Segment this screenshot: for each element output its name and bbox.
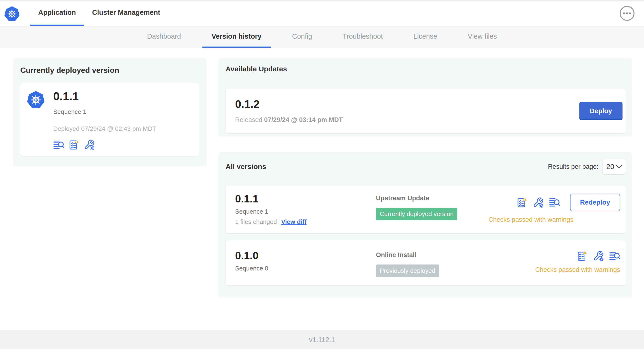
row-sequence: Sequence 0 [235,265,376,272]
released-label: Released [235,116,262,124]
preflight-checks-warning-icon[interactable] [577,250,588,262]
checks-status-text: Checks passed with warnings [488,216,573,224]
results-per-page: Results per page: 20 [548,159,626,174]
results-per-page-label: Results per page: [548,163,598,170]
version-row-source: Online Install Previously deployed [376,250,535,277]
version-row-source: Upstream Update Currently deployed versi… [376,194,488,226]
view-diff-link[interactable]: View diff [281,218,306,226]
deployed-status-badge: Previously deployed [376,264,439,277]
available-update-card: 0.1.2 Released 07/29/24 @ 03:14 pm MDT D… [226,89,626,133]
update-info: 0.1.2 Released 07/29/24 @ 03:14 pm MDT [235,98,343,124]
config-icon[interactable] [533,197,544,208]
row-source-label: Online Install [376,250,535,259]
row-source-label: Upstream Update [376,194,488,202]
deploy-button[interactable]: Deploy [579,102,622,120]
currently-deployed-panel: Currently deployed version [13,58,207,166]
chevron-down-icon [616,165,622,168]
version-row-actions: Checks passed with warnings [535,250,620,277]
deployed-status-badge: Currently deployed version [376,208,457,220]
version-history-page: Application Cluster Management Dashboard… [0,0,644,349]
app-sub-nav: Dashboard Version history Config Trouble… [0,26,644,48]
preflight-checks-warning-icon[interactable] [516,197,528,208]
deployed-version-actions [53,139,156,150]
row-files-changed: 1 files changed View diff [235,218,376,226]
main-content: Currently deployed version [0,48,644,298]
version-row: 0.1.1 Sequence 1 1 files changed View di… [226,186,626,233]
config-icon[interactable] [593,250,604,262]
released-timestamp: 07/29/24 @ 03:14 pm MDT [264,116,343,124]
all-versions-header: All versions Results per page: 20 [226,159,626,174]
results-per-page-select[interactable]: 20 [602,159,626,174]
currently-deployed-card: 0.1.1 Sequence 1 Deployed 07/29/24 @ 02:… [20,83,200,156]
deployed-version-number: 0.1.1 [53,90,156,102]
checks-status-text: Checks passed with warnings [535,266,620,274]
all-versions-panel: All versions Results per page: 20 [218,152,632,298]
files-changed-label: 1 files changed [235,218,277,226]
version-row: 0.1.0 Sequence 0 Online Install Previous… [226,240,626,285]
app-footer: v1.112.1 [0,330,644,349]
available-updates-title: Available Updates [226,65,626,73]
row-sequence: Sequence 1 [235,208,376,215]
version-row-actions: Redeploy Checks passed with warnings [488,194,620,226]
tab-view-files[interactable]: View files [459,26,506,48]
config-icon[interactable] [84,139,95,150]
available-updates-panel: Available Updates 0.1.2 Released 07/29/2… [218,58,632,136]
warning-triangle-icon [74,140,79,143]
tab-troubleshoot[interactable]: Troubleshoot [334,26,392,48]
tab-version-history[interactable]: Version history [202,26,271,48]
tab-config[interactable]: Config [283,26,321,48]
preflight-checks-warning-icon[interactable] [68,139,80,150]
version-row-info: 0.1.0 Sequence 0 [235,250,376,277]
kubernetes-logo [27,90,45,108]
release-notes-icon[interactable] [53,139,64,150]
deployed-timestamp: Deployed 07/29/24 @ 02:43 pm MDT [53,125,156,132]
warning-triangle-icon [522,197,527,201]
row-version-number: 0.1.1 [235,194,376,204]
version-row-info: 0.1.1 Sequence 1 1 files changed View di… [235,194,376,226]
results-per-page-value: 20 [606,162,614,171]
deployed-version-info: 0.1.1 Sequence 1 Deployed 07/29/24 @ 02:… [53,90,156,150]
row-version-number: 0.1.0 [235,250,376,261]
top-nav-tabs: Application Cluster Management [30,0,168,26]
update-version-number: 0.1.2 [235,98,343,110]
tab-license[interactable]: License [404,26,446,48]
ellipsis-menu-button[interactable] [619,6,635,21]
tab-application[interactable]: Application [30,0,84,26]
tab-dashboard[interactable]: Dashboard [138,26,190,48]
currently-deployed-title: Currently deployed version [20,66,200,75]
release-notes-icon[interactable] [549,197,560,208]
all-versions-title: All versions [226,162,266,171]
right-column: Available Updates 0.1.2 Released 07/29/2… [218,58,632,298]
update-released-line: Released 07/29/24 @ 03:14 pm MDT [235,116,343,124]
tab-cluster-management[interactable]: Cluster Management [84,0,168,26]
left-column: Currently deployed version [13,58,207,298]
top-nav: Application Cluster Management [0,0,644,26]
deployed-sequence: Sequence 1 [53,108,156,116]
redeploy-button[interactable]: Redeploy [570,194,620,211]
warning-triangle-icon [583,251,587,254]
release-notes-icon[interactable] [609,250,620,262]
console-version: v1.112.1 [309,336,335,344]
kubernetes-logo [4,6,20,21]
